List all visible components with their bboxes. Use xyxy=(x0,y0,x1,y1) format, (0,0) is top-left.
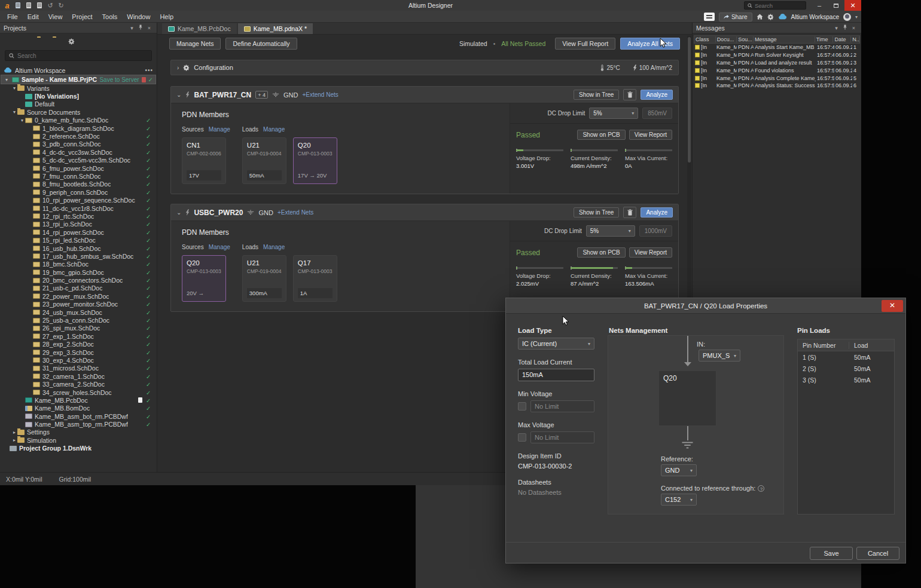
home-icon[interactable] xyxy=(757,14,763,20)
analyze-all-nets-button[interactable]: Analyze All Nets xyxy=(620,38,680,50)
help-icon[interactable]: ? xyxy=(758,485,764,492)
tree-item[interactable]: 8_fmu_bootleds.SchDoc xyxy=(0,180,157,188)
scrollbar-thumb[interactable] xyxy=(688,37,691,163)
tree-item[interactable]: 1_block_diagram.SchDoc xyxy=(0,124,157,132)
tree-item[interactable]: 4_dc-dc_vcc3sw.SchDoc xyxy=(0,148,157,156)
max-voltage-checkbox[interactable] xyxy=(518,433,526,442)
pin-loads-header-row[interactable]: Pin Number Load xyxy=(798,339,894,351)
menu-item[interactable]: Project xyxy=(67,12,97,22)
panel-close-icon[interactable]: × xyxy=(850,25,858,31)
message-row[interactable]: [In Kame_MI PDN A Run Solver Keysight 16… xyxy=(694,51,860,59)
message-row[interactable]: [In Kame_MI PDN A Found violations 16:57… xyxy=(694,66,860,74)
component-block[interactable]: Q20 xyxy=(658,370,716,426)
manage-nets-button[interactable]: Manage Nets xyxy=(169,38,221,50)
panel-dropdown-icon[interactable]: ▾ xyxy=(128,25,136,31)
copy-document-icon[interactable] xyxy=(35,1,44,10)
dialog-close-button[interactable]: ✕ xyxy=(882,300,903,312)
collapse-chevron-icon[interactable]: ⌄ xyxy=(176,91,181,98)
expand-arrow-icon[interactable]: ▸ xyxy=(11,430,17,435)
pdn-member-card[interactable]: Q20 CMP-013-0003... 20V → xyxy=(182,255,226,302)
projects-search-input[interactable] xyxy=(17,53,137,59)
tree-item[interactable]: 16_usb_hub.SchDoc xyxy=(0,244,157,252)
menu-item[interactable]: View xyxy=(44,12,68,22)
messages-header-row[interactable]: Class Docu... Sou... Message Time Date N… xyxy=(694,35,860,44)
pin-load-row[interactable]: 2 (S) 50mA xyxy=(798,363,894,374)
show-on-pcb-button[interactable]: Show on PCB xyxy=(577,130,625,140)
tree-item[interactable]: 25_usb-a_conn.SchDoc xyxy=(0,316,157,324)
tree-item[interactable]: 19_bmc_gpio.SchDoc xyxy=(0,268,157,276)
min-voltage-input[interactable]: No Limit xyxy=(530,400,594,412)
view-report-button[interactable]: View Report xyxy=(629,247,672,258)
expand-arrow-icon[interactable]: ▾ xyxy=(11,109,17,115)
tree-item[interactable]: 12_rpi_rtc.SchDoc xyxy=(0,212,157,220)
tree-item[interactable]: 31_microsd.SchDoc xyxy=(0,365,157,372)
message-row[interactable]: [In Kame_MI PDN A Analysis Start Kame_MB… xyxy=(694,44,860,51)
share-button[interactable]: Share xyxy=(719,13,752,22)
menu-item[interactable]: Window xyxy=(122,12,155,22)
pdn-member-card[interactable]: Q20 CMP-013-0003... 17V → 20V xyxy=(293,137,337,184)
pdn-member-card[interactable]: Q17 CMP-013-0003... 1A xyxy=(293,255,337,302)
pdn-member-card[interactable]: U21 CMP-019-0004... 50mA xyxy=(242,137,286,184)
expand-arrow-icon[interactable]: ▾ xyxy=(4,77,10,82)
tree-item[interactable]: 11_dc-dc_vcc1r8.SchDoc xyxy=(0,204,157,212)
tree-item[interactable]: 26_spi_mux.SchDoc xyxy=(0,324,157,332)
workspace-row[interactable]: Altium Workspace ••• xyxy=(0,66,157,75)
chevron-down-icon[interactable]: ▾ xyxy=(855,14,858,20)
manage-sources-link[interactable]: Manage xyxy=(209,244,230,250)
configuration-bar[interactable]: › Configuration 25°C 100 A/mm^2 xyxy=(170,60,679,75)
define-automatically-button[interactable]: Define Automatically xyxy=(225,38,297,50)
projects-search[interactable] xyxy=(5,50,152,61)
pin-load-row[interactable]: 3 (S) 50mA xyxy=(798,374,894,385)
extend-nets-link[interactable]: +Extend Nets xyxy=(277,209,313,216)
tree-item[interactable]: 9_periph_conn.SchDoc xyxy=(0,188,157,196)
show-in-tree-button[interactable]: Show in Tree xyxy=(574,207,619,218)
reference-select[interactable]: GND▾ xyxy=(661,464,697,476)
pin-load-row[interactable]: 1 (S) 50mA xyxy=(798,351,894,363)
search-input[interactable] xyxy=(755,2,803,9)
total-load-current-input[interactable]: 150mA xyxy=(518,369,594,381)
tree-item[interactable]: Kame_MB.BomDoc xyxy=(0,405,157,412)
maximize-button[interactable] xyxy=(828,0,844,11)
load-type-select[interactable]: IC (Current)▾ xyxy=(518,338,594,350)
delete-net-button[interactable] xyxy=(623,89,636,100)
tree-item[interactable]: 5_dc-dc_vcc5m-vcc3m.SchDoc xyxy=(0,157,157,164)
panel-pin-icon[interactable] xyxy=(840,24,850,31)
net-extra-badge[interactable]: + 4 xyxy=(255,91,268,99)
menu-item[interactable]: File xyxy=(2,12,23,22)
tab-kame-mb-pcbdoc[interactable]: Kame_MB.PcbDoc xyxy=(162,23,237,34)
tree-item[interactable]: ▾ 0_kame_mb_func.SchDoc xyxy=(0,117,157,124)
tree-item[interactable]: 21_usb-c_pd.SchDoc xyxy=(0,284,157,292)
manage-sources-link[interactable]: Manage xyxy=(209,126,230,133)
show-on-pcb-button[interactable]: Show on PCB xyxy=(577,247,625,258)
tree-item[interactable]: 34_screw_holes.SchDoc xyxy=(0,388,157,396)
save-to-server-link[interactable]: Save to Server xyxy=(99,76,139,83)
tree-item[interactable]: 14_rpi_power.SchDoc xyxy=(0,228,157,236)
tree-item[interactable]: 2_reference.SchDoc xyxy=(0,132,157,140)
dc-drop-limit-select[interactable]: 5%▾ xyxy=(589,108,638,119)
message-row[interactable]: [In Kame_MI PDN A Load and analyze resul… xyxy=(694,59,860,67)
expand-arrow-icon[interactable]: ▾ xyxy=(19,118,25,123)
tree-item[interactable]: 20_bmc_connectors.SchDoc xyxy=(0,276,157,284)
pdn-member-card[interactable]: U21 CMP-019-0004... 300mA xyxy=(242,255,286,302)
message-row[interactable]: [In Kame_MI PDN A Analysis Complete Kame… xyxy=(694,74,860,82)
view-full-report-button[interactable]: View Full Report xyxy=(555,38,615,50)
panel-dropdown-icon[interactable]: ▾ xyxy=(832,25,840,31)
message-row[interactable]: [In Kame_MI PDN A Analysis Status: Succe… xyxy=(694,82,860,90)
expand-chevron-icon[interactable]: › xyxy=(177,65,179,71)
undo-icon[interactable]: ↺ xyxy=(45,1,55,10)
gear-icon[interactable] xyxy=(767,14,774,20)
tree-item[interactable]: ▸ Simulation xyxy=(0,436,157,444)
tree-item[interactable]: 10_rpi_power_sequence.SchDoc xyxy=(0,196,157,204)
delete-net-button[interactable] xyxy=(623,207,636,218)
tree-item[interactable]: 13_rpi_io.SchDoc xyxy=(0,220,157,228)
cancel-button[interactable]: Cancel xyxy=(856,547,899,560)
analyze-net-button[interactable]: Analyze xyxy=(641,207,673,218)
menu-item[interactable]: Edit xyxy=(23,12,44,22)
redo-icon[interactable]: ↻ xyxy=(56,1,66,10)
tree-item[interactable]: Kame_MB_asm_bot_rm.PCBDwf xyxy=(0,412,157,420)
in-net-select[interactable]: PMUX_S▾ xyxy=(699,350,740,362)
tree-item[interactable]: 27_exp_1.SchDoc xyxy=(0,332,157,340)
tree-item[interactable]: Kame_MB.PcbDoc xyxy=(0,396,157,404)
tree-item[interactable]: 23_power_monitor.SchDoc xyxy=(0,301,157,308)
save-to-server-icon[interactable] xyxy=(6,38,14,45)
